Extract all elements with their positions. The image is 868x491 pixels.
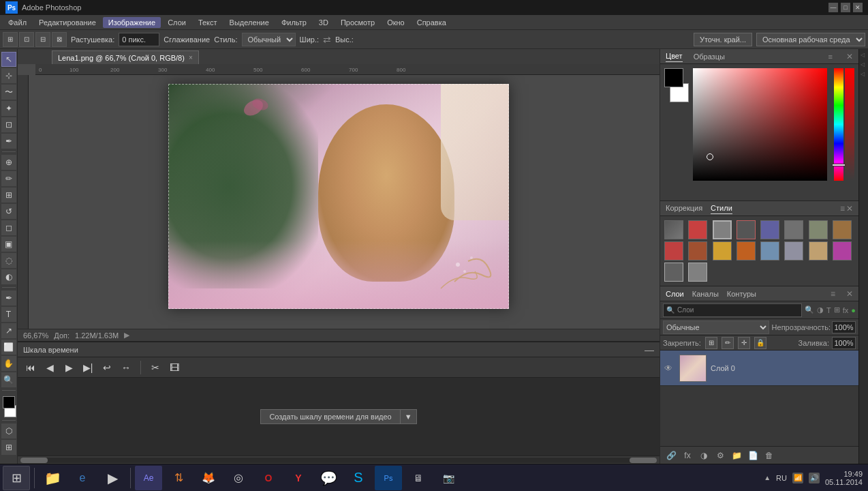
maximize-button[interactable]: □ — [841, 3, 850, 12]
corr-r7[interactable] — [809, 241, 828, 261]
menu-edit[interactable]: Редактирование — [33, 17, 102, 28]
fill-input[interactable] — [832, 337, 856, 349]
menu-help[interactable]: Справка — [412, 17, 452, 28]
foreground-color-swatch[interactable] — [3, 396, 15, 408]
zoom-tool[interactable]: 🔍 — [1, 372, 16, 387]
taskbar-yandex[interactable]: Y — [285, 466, 312, 490]
layer-visibility-icon[interactable]: 👁 — [664, 363, 675, 373]
rect-select-icon[interactable]: ⊞ — [3, 32, 18, 47]
hand-tool[interactable]: ✋ — [1, 356, 16, 371]
brush-tool[interactable]: ✏ — [1, 171, 16, 186]
timeline-collapse-button[interactable]: — — [645, 344, 654, 355]
hue-strip[interactable] — [834, 68, 843, 181]
delete-layer-btn[interactable]: 🗑 — [762, 449, 776, 462]
lock-transparent-btn[interactable]: ⊞ — [705, 337, 717, 349]
taskbar-whatsapp[interactable]: 💬 — [315, 466, 342, 490]
canvas-area[interactable]: 0 100 200 300 400 500 600 700 800 — [18, 64, 660, 329]
corr-hsl[interactable] — [784, 220, 803, 239]
taskbar-media[interactable]: ▶ — [99, 466, 126, 490]
corr-r4[interactable] — [737, 241, 756, 261]
mask-btn[interactable]: ◑ — [697, 449, 711, 462]
corr-photofilter[interactable] — [833, 220, 852, 239]
close-button[interactable]: ✕ — [853, 3, 863, 12]
corr-brightness[interactable] — [664, 220, 683, 239]
corr-levels[interactable] — [688, 220, 707, 239]
timeline-scissors[interactable]: ✂ — [148, 360, 163, 375]
tray-show-hidden[interactable]: ▲ — [764, 474, 771, 481]
timeline-shuffle[interactable]: ↔ — [119, 360, 134, 375]
taskbar-filezilla[interactable]: ⇅ — [165, 466, 192, 490]
timeline-film[interactable]: 🎞 — [167, 360, 182, 375]
start-button[interactable]: ⊞ — [3, 466, 30, 490]
tab-channels[interactable]: Каналы — [692, 290, 719, 298]
screen-mode-btn[interactable]: ⊞ — [1, 440, 16, 455]
layers-search-box[interactable]: 🔍 Слои — [663, 303, 802, 317]
timeline-play[interactable]: ▶ — [61, 360, 76, 375]
layers-panel-collapse[interactable]: ✕ — [846, 289, 853, 299]
taskbar-app1[interactable]: 🖥 — [405, 466, 432, 490]
layers-active-filter[interactable]: ● — [851, 306, 856, 314]
corr-r9[interactable] — [664, 263, 683, 282]
menu-image[interactable]: Изображение — [103, 17, 161, 28]
menu-text[interactable]: Текст — [193, 17, 223, 28]
layers-blend-mode[interactable]: Обычные — [663, 321, 769, 334]
corr-r3[interactable] — [713, 241, 732, 261]
corr-r5[interactable] — [760, 241, 779, 261]
status-arrow[interactable]: ▶ — [124, 331, 129, 340]
layers-type-icon[interactable]: T — [826, 306, 831, 314]
adjustment-layer-btn[interactable]: ⚙ — [713, 449, 727, 462]
refine-edge-button[interactable]: Уточн. край... — [694, 33, 752, 46]
timeline-scrollbar[interactable] — [18, 456, 660, 464]
gradient-tool[interactable]: ▣ — [1, 237, 16, 252]
layers-filter-icon[interactable]: 🔍 — [805, 306, 814, 314]
corr-r10[interactable] — [688, 263, 707, 282]
corr-colorbal[interactable] — [809, 220, 828, 239]
color-saturation-brightness[interactable] — [693, 68, 827, 181]
dodge-tool[interactable]: ◐ — [1, 269, 16, 284]
single-col-icon[interactable]: ⊠ — [52, 32, 67, 47]
tab-swatches[interactable]: Образцы — [694, 51, 725, 62]
menu-3d[interactable]: 3D — [313, 17, 334, 28]
corr-curves[interactable] — [713, 220, 732, 239]
corr-r6[interactable] — [784, 241, 803, 261]
eyedropper-tool[interactable]: ✒ — [1, 134, 16, 149]
group-layers-btn[interactable]: 📁 — [730, 449, 743, 462]
timeline-next-frame[interactable]: ▶| — [80, 360, 95, 375]
taskbar-ae[interactable]: Ae — [135, 466, 162, 490]
pen-tool[interactable]: ✒ — [1, 291, 16, 306]
taskbar-file-explorer[interactable]: 📁 — [39, 466, 66, 490]
corr-vibrance[interactable] — [760, 220, 779, 239]
menu-layers[interactable]: Слои — [162, 17, 191, 28]
single-row-icon[interactable]: ⊟ — [35, 32, 50, 47]
layers-panel-options[interactable]: ≡ — [831, 289, 835, 299]
foreground-color[interactable] — [664, 68, 683, 87]
type-tool[interactable]: T — [1, 307, 16, 322]
quick-mask-btn[interactable]: ⬡ — [1, 423, 16, 438]
tab-color[interactable]: Цвет — [666, 50, 683, 62]
alpha-strip[interactable] — [845, 68, 854, 181]
taskbar-chrome[interactable]: ◎ — [225, 466, 252, 490]
taskbar-skype[interactable]: S — [345, 466, 372, 490]
ellipse-select-icon[interactable]: ⊡ — [19, 32, 34, 47]
tab-layers[interactable]: Слои — [666, 290, 684, 298]
color-panel-options[interactable]: ≡ — [828, 53, 833, 61]
blur-tool[interactable]: ◌ — [1, 253, 16, 268]
style-select[interactable]: Обычный — [242, 33, 296, 46]
workspace-select[interactable]: Основная рабочая среда — [756, 33, 865, 46]
right-edge-icon-3[interactable]: ◁ — [861, 71, 867, 78]
timeline-prev-frame[interactable]: ◀ — [42, 360, 57, 375]
link-layers-btn[interactable]: 🔗 — [664, 449, 678, 462]
corr-exposure[interactable] — [737, 220, 756, 239]
taskbar-photoshop[interactable]: Ps — [375, 466, 402, 490]
layers-effect-icon[interactable]: fx — [843, 306, 849, 314]
layers-link-icon[interactable]: ⊞ — [834, 306, 840, 314]
menu-view[interactable]: Просмотр — [335, 17, 380, 28]
timeline-first-frame[interactable]: ⏮ — [23, 360, 38, 375]
new-layer-btn[interactable]: 📄 — [746, 449, 760, 462]
opacity-input[interactable] — [832, 321, 856, 333]
correction-collapse[interactable]: ✕ — [846, 204, 853, 213]
right-edge-icon-1[interactable]: ◁ — [861, 52, 867, 59]
quick-select-tool[interactable]: ✦ — [1, 101, 16, 116]
lasso-tool[interactable]: 〜 — [1, 85, 16, 100]
doc-tab-lena[interactable]: Lena1.png @ 66,7% (Слой 0, RGB/8) × — [52, 50, 199, 64]
